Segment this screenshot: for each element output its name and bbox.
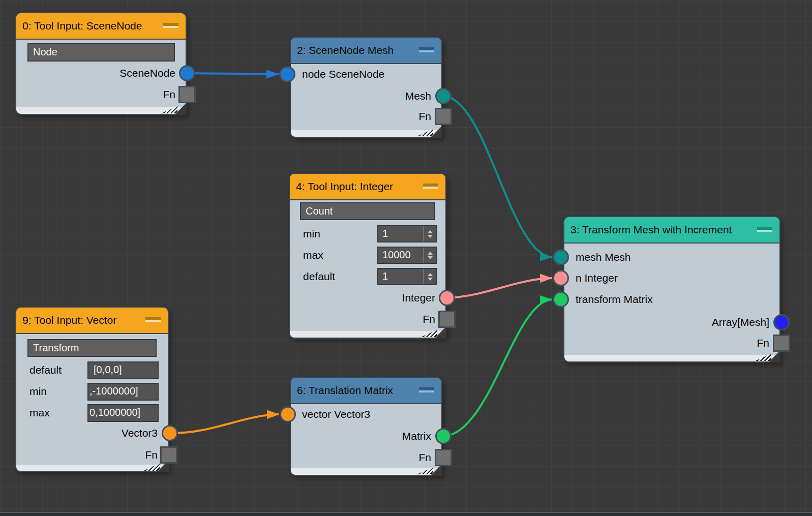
fn-label: Fn [291, 450, 441, 465]
input-label-mesh-mesh: mesh Mesh [564, 250, 779, 265]
node-graph-canvas[interactable]: 0: Tool Input: SceneNode Node SceneNode … [0, 0, 812, 516]
input-label-node-scenenode: node SceneNode [291, 67, 441, 82]
output-label-scenenode: SceneNode [16, 66, 186, 81]
spin-up-icon[interactable] [428, 273, 433, 276]
collapse-dash-icon[interactable] [419, 47, 434, 52]
node-3-transform-mesh-with-increment[interactable]: 3: Transform Mesh with Increment mesh Me… [563, 216, 780, 362]
fn-label: Fn [564, 336, 779, 351]
node-6-title: 6: Translation Matrix [291, 384, 393, 397]
node-bottom-strip [564, 355, 779, 361]
port-in-n-integer[interactable] [553, 270, 569, 286]
collapse-dash-icon[interactable] [145, 317, 161, 322]
fn-label: Fn [290, 312, 445, 327]
node-3-title: 3: Transform Mesh with Increment [564, 224, 732, 236]
wire-integer-to-n[interactable] [447, 278, 552, 298]
port-fn-node9[interactable] [160, 446, 177, 464]
port-out-array-mesh[interactable] [773, 314, 790, 330]
port-out-matrix[interactable] [435, 428, 452, 444]
output-label-matrix: Matrix [291, 429, 441, 444]
node-bottom-strip [290, 331, 445, 338]
input-label-vector-vector3: vector Vector3 [291, 407, 441, 422]
node-9-tool-input-vector[interactable]: 9: Tool Input: Vector Transform default … [15, 307, 169, 472]
min-field[interactable]: 1 [377, 225, 437, 242]
min-field[interactable]: ,-1000000] [87, 383, 159, 401]
fn-label: Fn [16, 447, 168, 463]
max-value: 0,1000000] [89, 407, 140, 418]
output-label-array-mesh: Array[Mesh] [564, 315, 779, 330]
collapse-dash-icon[interactable] [757, 227, 772, 232]
default-field[interactable]: [0,0,0] [87, 361, 159, 379]
node-0-title: 0: Tool Input: SceneNode [16, 20, 142, 32]
node-2-header[interactable]: 2: SceneNode Mesh [291, 38, 441, 64]
node-6-header[interactable]: 6: Translation Matrix [291, 378, 441, 404]
port-in-mesh[interactable] [553, 249, 569, 265]
node-4-title: 4: Tool Input: Integer [290, 180, 393, 193]
node-bottom-strip [16, 107, 186, 114]
min-value: ,-1000000] [89, 385, 138, 397]
max-field[interactable]: 10000 [377, 247, 437, 264]
port-out-scenenode[interactable] [179, 65, 195, 81]
port-fn-node6[interactable] [435, 449, 452, 466]
node-2-title: 2: SceneNode Mesh [291, 44, 394, 56]
node-9-name-field[interactable]: Transform [27, 339, 157, 357]
node-4-name-field[interactable]: Count [300, 202, 435, 220]
default-value: 1 [382, 270, 388, 282]
spin-up-icon[interactable] [428, 230, 433, 233]
node-3-header[interactable]: 3: Transform Mesh with Increment [564, 217, 779, 244]
port-out-mesh[interactable] [435, 88, 452, 104]
port-out-integer[interactable] [439, 290, 455, 306]
default-spinner[interactable] [423, 269, 436, 284]
output-label-vector3: Vector3 [16, 426, 168, 441]
node-9-header[interactable]: 9: Tool Input: Vector [16, 308, 168, 334]
max-field[interactable]: 0,1000000] [87, 404, 159, 422]
wire-vector3-to-translationmatrix[interactable] [170, 414, 279, 433]
max-value: 10000 [382, 249, 411, 260]
input-label-n-integer: n Integer [564, 270, 779, 286]
max-spinner[interactable] [423, 248, 436, 263]
wire-scenenode-to-scenenodemesh[interactable] [187, 73, 279, 74]
spin-down-icon[interactable] [428, 256, 433, 259]
port-fn-node3[interactable] [773, 335, 790, 352]
node-0-name-field[interactable]: Node [27, 43, 175, 62]
node-0-tool-input-scenenode[interactable]: 0: Tool Input: SceneNode Node SceneNode … [15, 12, 187, 115]
spin-up-icon[interactable] [428, 252, 433, 255]
port-in-transform-matrix[interactable] [553, 291, 569, 308]
fn-label: Fn [291, 109, 441, 124]
port-out-vector3[interactable] [162, 425, 178, 441]
node-6-translation-matrix[interactable]: 6: Translation Matrix vector Vector3 Mat… [290, 377, 442, 476]
port-fn-node2[interactable] [435, 108, 452, 125]
node-4-tool-input-integer[interactable]: 4: Tool Input: Integer Count min 1 max 1… [289, 173, 446, 339]
port-in-vector[interactable] [280, 406, 296, 422]
wire-mesh-to-transformmesh[interactable] [443, 96, 552, 257]
port-fn-node4[interactable] [438, 311, 456, 328]
spin-down-icon[interactable] [428, 278, 433, 281]
input-label-transform-matrix: transform Matrix [564, 292, 779, 307]
min-value: 1 [382, 228, 388, 239]
node-0-header[interactable]: 0: Tool Input: SceneNode [16, 13, 186, 40]
node-4-header[interactable]: 4: Tool Input: Integer [290, 174, 445, 200]
wire-matrix-to-transform[interactable] [443, 299, 552, 436]
node-9-title: 9: Tool Input: Vector [16, 314, 116, 326]
collapse-dash-icon[interactable] [163, 23, 178, 28]
port-fn-node0[interactable] [178, 86, 196, 103]
node-2-scenenode-mesh[interactable]: 2: SceneNode Mesh node SceneNode Mesh Fn [290, 37, 442, 138]
window-bottom-shadow [0, 513, 812, 516]
collapse-dash-icon[interactable] [423, 184, 438, 189]
spin-down-icon[interactable] [428, 235, 433, 238]
default-field[interactable]: 1 [377, 268, 437, 285]
default-value: [0,0,0] [94, 364, 122, 375]
min-spinner[interactable] [423, 226, 436, 241]
fn-label: Fn [16, 87, 186, 102]
collapse-dash-icon[interactable] [419, 387, 434, 392]
output-label-mesh: Mesh [291, 88, 441, 104]
output-label-integer: Integer [290, 290, 445, 306]
port-in-node-scenenode[interactable] [279, 66, 295, 82]
